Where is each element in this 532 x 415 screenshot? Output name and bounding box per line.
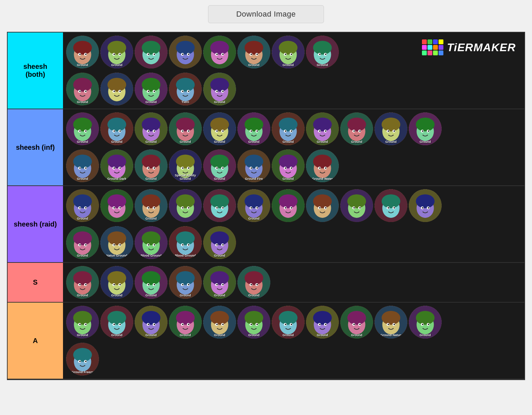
svg-point-261 <box>245 194 263 208</box>
char-label: Ground <box>169 140 202 144</box>
char-label: Ground <box>135 177 168 181</box>
svg-point-23 <box>176 41 195 55</box>
svg-point-44 <box>279 41 298 55</box>
char-label: Ground Freeze <box>66 371 99 374</box>
svg-point-202 <box>222 167 224 169</box>
svg-point-310 <box>108 231 126 245</box>
svg-point-89 <box>216 91 218 92</box>
svg-point-19 <box>148 54 149 55</box>
char-circle: Ground <box>375 112 407 145</box>
svg-point-383 <box>79 324 81 325</box>
svg-point-40 <box>251 54 252 55</box>
char-label: Ground <box>409 140 442 144</box>
svg-point-306 <box>79 244 81 246</box>
svg-point-142 <box>313 118 332 131</box>
char-label: Ground <box>203 294 236 297</box>
svg-point-170 <box>73 155 92 168</box>
svg-point-293 <box>394 207 395 209</box>
char-label: Ground <box>306 64 339 67</box>
char-circle: Ground Fire <box>237 149 270 182</box>
char-label: Ground Natun <box>375 334 407 337</box>
svg-point-121 <box>210 118 229 131</box>
char-circle: Ground <box>66 73 99 105</box>
char-circle <box>100 73 133 105</box>
char-label: Ground <box>237 217 270 221</box>
svg-point-138 <box>285 130 286 132</box>
char-circle <box>135 36 168 68</box>
svg-point-359 <box>176 271 195 285</box>
svg-point-432 <box>319 324 321 325</box>
char-label: Ground <box>340 334 373 337</box>
svg-point-75 <box>148 91 149 92</box>
svg-point-111 <box>154 130 155 132</box>
svg-point-380 <box>73 311 92 325</box>
tier-container: sheesh (both)GroundGroundGroundGroundGro… <box>7 32 525 380</box>
svg-point-195 <box>188 167 189 169</box>
svg-point-208 <box>251 167 252 169</box>
svg-point-55 <box>325 54 326 55</box>
char-circle: Ground <box>66 149 99 182</box>
svg-point-54 <box>319 54 321 55</box>
char-label: Blood Ground <box>169 254 202 258</box>
svg-point-135 <box>279 118 298 131</box>
svg-point-117 <box>182 130 183 132</box>
svg-point-146 <box>325 130 326 132</box>
svg-point-317 <box>142 231 161 245</box>
char-label: Ground <box>66 254 99 258</box>
svg-point-159 <box>388 130 389 132</box>
svg-point-314 <box>119 244 121 246</box>
char-label: Ground <box>340 140 373 144</box>
char-circle: Blood Ground <box>135 226 168 259</box>
svg-point-415 <box>245 311 263 325</box>
svg-point-103 <box>114 130 115 132</box>
char-circle: Ground <box>66 266 99 299</box>
tier-label-sheesh-both: sheesh (both) <box>8 33 63 109</box>
char-label: Ground <box>203 334 236 337</box>
char-circle <box>306 189 339 222</box>
svg-point-376 <box>251 284 252 285</box>
svg-point-433 <box>325 324 326 325</box>
svg-point-132 <box>256 130 258 132</box>
char-label: Ground <box>272 64 305 67</box>
svg-point-100 <box>108 118 126 131</box>
svg-point-216 <box>291 167 292 169</box>
svg-point-76 <box>154 91 155 92</box>
char-circle <box>169 189 202 222</box>
svg-point-110 <box>148 130 149 132</box>
svg-point-440 <box>359 324 361 325</box>
char-circle <box>272 189 305 222</box>
svg-point-460 <box>79 361 81 362</box>
svg-point-408 <box>210 311 229 325</box>
char-circle: Ground <box>169 112 202 145</box>
svg-point-334 <box>216 244 218 246</box>
svg-point-349 <box>119 284 121 285</box>
char-circle: Ground <box>100 306 133 339</box>
char-circle: Ground Freeze <box>66 343 99 376</box>
svg-point-230 <box>85 207 87 209</box>
svg-point-366 <box>210 271 229 285</box>
char-circle: Ground <box>203 112 236 145</box>
char-label: Ground <box>237 140 270 144</box>
download-button[interactable]: Download Image <box>208 5 324 23</box>
char-circle: Ground <box>306 36 339 68</box>
svg-point-2 <box>73 41 92 55</box>
svg-point-387 <box>108 311 126 325</box>
char-circle: Ground <box>100 266 133 299</box>
svg-point-215 <box>285 167 286 169</box>
svg-point-128 <box>245 118 263 131</box>
char-label: Ground <box>203 101 236 104</box>
svg-point-62 <box>85 91 87 92</box>
char-circle: Blood Ground <box>169 226 202 259</box>
svg-point-184 <box>142 155 161 168</box>
svg-point-243 <box>148 207 149 209</box>
char-circle <box>169 36 202 68</box>
char-label: Ground <box>203 140 236 144</box>
svg-point-167 <box>428 130 429 132</box>
svg-point-181 <box>119 167 121 169</box>
svg-point-82 <box>182 91 183 92</box>
svg-point-345 <box>108 271 126 285</box>
char-circle <box>100 189 133 222</box>
svg-point-352 <box>142 271 161 285</box>
svg-point-461 <box>85 361 87 362</box>
char-circle: Ground <box>100 36 133 68</box>
